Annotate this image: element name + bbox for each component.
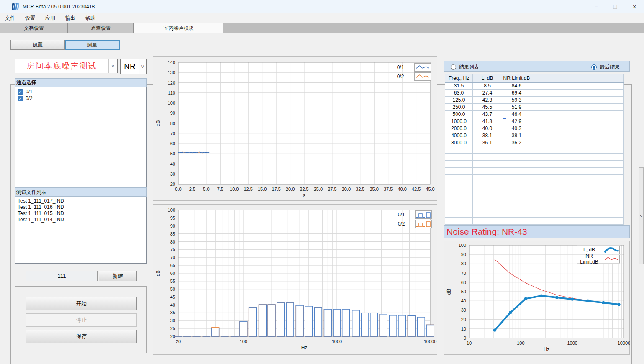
table-cell[interactable] [502,161,531,168]
table-cell[interactable] [562,97,592,104]
menu-item[interactable]: 输出 [60,13,80,23]
table-cell[interactable] [562,118,592,125]
panel-collapse-handle[interactable]: < [639,167,644,264]
table-cell[interactable] [531,82,562,90]
table-cell[interactable] [592,90,624,97]
table-cell[interactable] [562,111,592,118]
radio-icon[interactable] [451,64,456,70]
radio-last-result[interactable]: 最后结果 [591,64,620,71]
table-row[interactable] [445,210,624,218]
table-cell[interactable] [502,203,531,210]
test-file-list[interactable]: Test 1_111_017_INDTest 1_111_016_INDTest… [15,197,147,264]
table-cell[interactable]: 31.5 [445,82,473,90]
table-cell[interactable] [502,146,531,154]
table-cell[interactable] [592,218,624,225]
table-cell[interactable] [445,154,473,161]
channel-item[interactable]: ✓0/1 [15,88,146,95]
tab-3[interactable]: 室内噪声模块 [134,23,223,33]
table-cell[interactable]: 84.6 [502,82,531,90]
table-cell[interactable] [445,218,473,225]
table-cell[interactable] [592,125,624,132]
list-item[interactable]: Test 1_111_016_IND [15,204,146,210]
table-cell[interactable]: 36.1 [473,139,502,146]
table-cell[interactable]: 4000.0 [445,132,473,139]
table-cell[interactable] [592,189,624,196]
table-cell[interactable] [445,196,473,203]
table-cell[interactable] [531,210,562,218]
file-name-input[interactable] [26,271,98,281]
table-row[interactable]: 250.045.551.9 [445,104,624,111]
minimize-button[interactable]: − [586,0,606,13]
table-cell[interactable] [592,175,624,182]
table-cell[interactable]: 42.9 [502,118,531,125]
table-cell[interactable] [502,175,531,182]
table-cell[interactable] [531,218,562,225]
table-row[interactable]: 4000.038.138.1 [445,132,624,139]
table-row[interactable]: 2000.040.040.3 [445,125,624,132]
table-cell[interactable] [473,175,502,182]
table-cell[interactable] [562,182,592,189]
table-row[interactable]: 1000.041.842.9 [445,118,624,125]
table-cell[interactable]: 51.9 [502,104,531,111]
table-cell[interactable]: 38.1 [502,132,531,139]
table-cell[interactable]: 59.3 [502,97,531,104]
table-cell[interactable] [531,139,562,146]
close-button[interactable]: × [625,0,644,13]
table-cell[interactable] [592,82,624,90]
table-cell[interactable] [562,175,592,182]
table-cell[interactable] [445,168,473,175]
table-cell[interactable] [592,111,624,118]
table-cell[interactable] [531,97,562,104]
table-cell[interactable]: 500.0 [445,111,473,118]
table-cell[interactable]: 125.0 [445,97,473,104]
table-cell[interactable] [531,118,562,125]
table-cell[interactable] [473,196,502,203]
table-cell[interactable] [592,97,624,104]
table-cell[interactable] [502,154,531,161]
table-cell[interactable] [531,182,562,189]
table-cell[interactable] [592,132,624,139]
table-cell[interactable] [473,161,502,168]
results-table[interactable]: Freq., HzL, dBNR Limit,dB31.58.584.663.0… [445,74,624,225]
table-row[interactable] [445,218,624,225]
table-cell[interactable]: 8000.0 [445,139,473,146]
table-cell[interactable] [531,90,562,97]
table-cell[interactable] [531,203,562,210]
test-type-select[interactable]: 房间本底噪声测试 > [15,59,118,73]
table-cell[interactable] [562,132,592,139]
table-cell[interactable] [473,168,502,175]
table-cell[interactable] [502,196,531,203]
maximize-button[interactable]: □ [606,0,625,13]
menu-item[interactable]: 文件 [0,13,20,23]
table-row[interactable] [445,189,624,196]
table-cell[interactable]: 42.3 [473,97,502,104]
radio-icon[interactable] [591,64,597,70]
channel-list[interactable]: ✓0/1✓0/2 [15,87,147,187]
table-cell[interactable] [592,168,624,175]
chevron-down-icon[interactable]: > [139,59,146,74]
table-row[interactable]: 500.043.746.4 [445,111,624,118]
table-cell[interactable] [531,146,562,154]
table-cell[interactable] [502,168,531,175]
table-cell[interactable] [592,161,624,168]
table-cell[interactable] [562,154,592,161]
table-cell[interactable] [531,196,562,203]
table-row[interactable]: 63.027.469.4 [445,90,624,97]
table-cell[interactable] [531,154,562,161]
table-cell[interactable] [502,218,531,225]
list-item[interactable]: Test 1_111_017_IND [15,198,146,204]
table-cell[interactable] [445,175,473,182]
list-item[interactable]: Test 1_111_015_IND [15,210,146,217]
start-button[interactable]: 开始 [26,297,137,310]
save-button[interactable]: 保存 [26,330,137,343]
menu-item[interactable]: 应用 [40,13,60,23]
table-cell[interactable] [473,146,502,154]
table-cell[interactable] [531,111,562,118]
table-cell[interactable]: 63.0 [445,90,473,97]
table-cell[interactable] [562,104,592,111]
table-cell[interactable] [562,189,592,196]
table-cell[interactable] [562,196,592,203]
table-cell[interactable] [562,146,592,154]
menu-item[interactable]: 设置 [20,13,40,23]
table-cell[interactable] [562,125,592,132]
